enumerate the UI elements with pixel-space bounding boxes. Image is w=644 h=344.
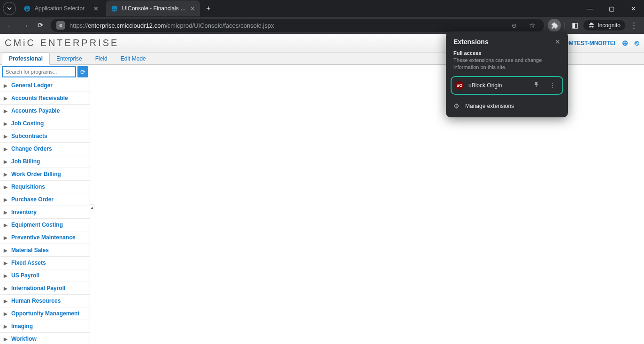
close-icon[interactable]: ✕ — [93, 5, 99, 12]
bookmark-icon[interactable]: ☆ — [525, 19, 538, 32]
logout-icon[interactable]: ⎋ — [635, 39, 639, 47]
tree-node-label: International Payroll — [11, 285, 65, 291]
caret-right-icon: ▶ — [4, 235, 8, 240]
tree-node[interactable]: ▶Job Billing — [0, 155, 90, 168]
tree-node[interactable]: ▶Equipment Costing — [0, 219, 90, 231]
tree-node-label: Accounts Receivable — [11, 95, 68, 101]
tab-search-dropdown[interactable] — [3, 2, 16, 15]
caret-right-icon: ▶ — [4, 260, 8, 266]
sidebar: ⟳ ▶General Ledger▶Accounts Receivable▶Ac… — [0, 65, 90, 344]
tree-node-label: Purchase Order — [11, 196, 54, 203]
caret-right-icon: ▶ — [4, 108, 8, 114]
caret-right-icon: ▶ — [4, 184, 8, 190]
tree-node[interactable]: ▶Material Sales — [0, 244, 90, 257]
globe-action-icon[interactable]: ⊕ — [622, 38, 628, 47]
tree-node-label: Material Sales — [11, 247, 49, 253]
tab-title: Application Selector — [35, 5, 91, 12]
extensions-popup-title: Extensions ✕ — [447, 38, 567, 50]
tree-node[interactable]: ▶Accounts Receivable — [0, 92, 90, 105]
tab-enterprise[interactable]: Enterprise — [50, 53, 89, 64]
tree-node-label: Change Orders — [11, 145, 52, 152]
incognito-label: Incognito — [598, 22, 621, 29]
minimize-button[interactable]: — — [579, 0, 601, 17]
caret-right-icon: ▶ — [4, 159, 8, 164]
tree-node[interactable]: ▶Human Resources — [0, 295, 90, 307]
tree-node[interactable]: ▶Requisitions — [0, 181, 90, 193]
tree-node-label: Work Order Billing — [11, 171, 61, 177]
ublock-icon: uO — [455, 81, 464, 90]
tree-node[interactable]: ▶Inventory — [0, 206, 90, 219]
tree-node-label: Subcontracts — [11, 133, 47, 139]
tree-node[interactable]: ▶Fixed Assets — [0, 257, 90, 269]
tree-node[interactable]: ▶Preventive Maintenance — [0, 231, 90, 244]
tab-edit-mode[interactable]: Edit Mode — [114, 53, 153, 64]
tab-label: Edit Mode — [121, 55, 146, 62]
tree-node[interactable]: ▶Accounts Payable — [0, 105, 90, 117]
tree-node-label: Job Costing — [11, 120, 44, 127]
tree-node[interactable]: ▶Opportunity Management — [0, 307, 90, 320]
caret-right-icon: ▶ — [4, 146, 8, 152]
close-extensions-popup[interactable]: ✕ — [555, 38, 560, 46]
manage-extensions-label: Manage extensions — [465, 103, 514, 109]
extensions-button[interactable] — [548, 19, 561, 32]
caret-right-icon: ▶ — [4, 311, 8, 316]
maximize-button[interactable]: ▢ — [601, 0, 622, 17]
user-label[interactable]: COMTEST-MNORTEI — [560, 40, 615, 46]
search-input[interactable] — [2, 66, 76, 77]
tree-node[interactable]: ▶US Payroll — [0, 269, 90, 282]
close-icon[interactable]: ✕ — [190, 5, 195, 12]
tree-node[interactable]: ▶International Payroll — [0, 282, 90, 295]
back-button[interactable]: ← — [4, 19, 17, 32]
caret-right-icon: ▶ — [4, 298, 8, 304]
refresh-tree-button[interactable]: ⟳ — [77, 66, 88, 77]
tree-node[interactable]: ▶Subcontracts — [0, 130, 90, 143]
tree-node-label: US Payroll — [11, 272, 39, 279]
tree-node[interactable]: ▶Workflow — [0, 333, 90, 344]
tree-node[interactable]: ▶Change Orders — [0, 143, 90, 155]
browser-tab-1[interactable]: 🌐 UIConsole - Financials Console ✕ — [106, 0, 200, 16]
browser-menu-button[interactable]: ⋮ — [627, 19, 640, 32]
tab-label: Enterprise — [56, 55, 82, 62]
side-panel-button[interactable]: ◧ — [568, 19, 582, 32]
search-row: ⟳ — [0, 65, 90, 79]
tab-field[interactable]: Field — [89, 53, 114, 64]
tree-node-label: Preventive Maintenance — [11, 234, 76, 241]
tree-node-label: Equipment Costing — [11, 222, 63, 228]
tree-node[interactable]: ▶Work Order Billing — [0, 168, 90, 181]
forward-button[interactable]: → — [19, 19, 32, 32]
tree-node-label: Job Billing — [11, 158, 40, 165]
title-text: Extensions — [453, 38, 489, 46]
new-tab-button[interactable]: + — [202, 4, 215, 13]
tree-node-label: Workflow — [11, 336, 37, 342]
tree-node[interactable]: ▶Job Costing — [0, 117, 90, 130]
chevron-down-icon — [7, 6, 12, 11]
url-text: https://enterprise.cmiccloudr12.com/cmic… — [69, 22, 503, 29]
extension-item-ublock[interactable]: uO uBlock Origin ⋮ — [451, 76, 563, 95]
browser-tab-0[interactable]: 🌐 Application Selector ✕ — [19, 0, 103, 16]
extension-menu-button[interactable]: ⋮ — [547, 81, 559, 90]
reload-button[interactable]: ⟳ — [34, 19, 47, 32]
close-window-button[interactable]: ✕ — [622, 0, 644, 17]
tab-professional[interactable]: Professional — [2, 53, 50, 65]
refresh-icon: ⟳ — [80, 69, 85, 76]
site-info-icon[interactable]: ⚙ — [56, 21, 65, 30]
tree-node[interactable]: ▶Imaging — [0, 320, 90, 333]
globe-icon: 🌐 — [23, 5, 31, 12]
caret-right-icon: ▶ — [4, 336, 8, 342]
caret-right-icon: ▶ — [4, 324, 8, 329]
program-tree[interactable]: ▶General Ledger▶Accounts Receivable▶Acco… — [0, 79, 90, 344]
pin-extension-button[interactable] — [530, 81, 542, 90]
zoom-icon[interactable]: ⊖ — [507, 19, 521, 32]
extension-name: uBlock Origin — [468, 82, 526, 89]
tree-node[interactable]: ▶General Ledger — [0, 79, 90, 92]
manage-extensions-link[interactable]: ⚙ Manage extensions — [447, 99, 567, 113]
caret-right-icon: ▶ — [4, 210, 8, 215]
splitter-collapse-button[interactable]: ◂ — [90, 205, 94, 211]
extensions-popup: Extensions ✕ Full access These extension… — [446, 31, 568, 117]
caret-right-icon: ▶ — [4, 273, 8, 278]
incognito-indicator[interactable]: Incognito — [583, 20, 625, 31]
tree-node-label: Imaging — [11, 323, 33, 329]
tree-node-label: Human Resources — [11, 298, 61, 304]
tree-node[interactable]: ▶Purchase Order — [0, 193, 90, 206]
address-bar[interactable]: ⚙ https://enterprise.cmiccloudr12.com/cm… — [51, 19, 544, 32]
